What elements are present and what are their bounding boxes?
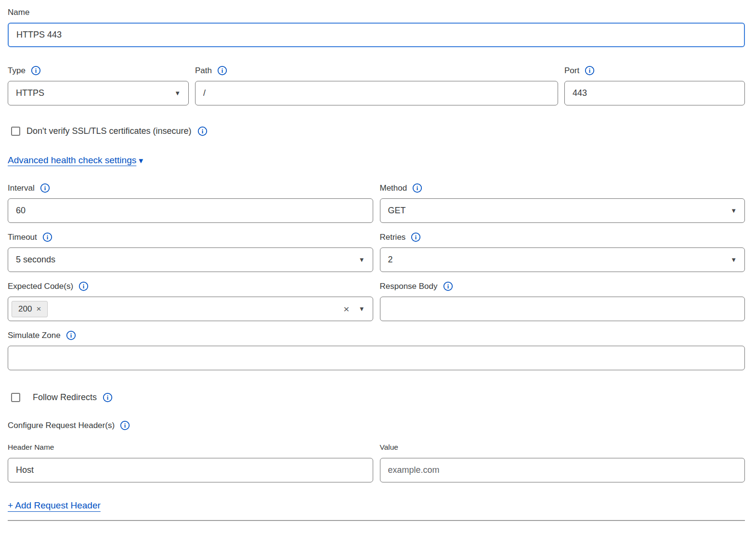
response-body-label: Response Body	[380, 282, 438, 291]
svg-text:i: i	[447, 283, 449, 290]
simulate-zone-label: Simulate Zone	[8, 331, 61, 340]
retries-select[interactable]: 2 ▼	[380, 247, 745, 272]
info-icon[interactable]: i	[42, 232, 52, 242]
simulate-zone-input[interactable]	[8, 346, 745, 370]
field-port: Port i	[564, 65, 745, 105]
expected-code-tag-label: 200	[18, 304, 32, 314]
info-icon[interactable]: i	[103, 392, 113, 403]
svg-text:i: i	[107, 394, 109, 401]
chevron-down-icon: ▼	[730, 257, 737, 263]
timeout-label: Timeout	[8, 233, 37, 242]
info-icon[interactable]: i	[412, 183, 422, 193]
field-header-name: Header Name	[8, 443, 373, 482]
field-type: Type i HTTPS ▼	[8, 65, 189, 105]
interval-label: Interval	[8, 183, 35, 193]
info-icon[interactable]: i	[40, 183, 50, 193]
svg-text:i: i	[589, 67, 591, 74]
field-timeout: Timeout i 5 seconds ▼	[8, 232, 373, 272]
response-body-input[interactable]	[380, 297, 745, 321]
path-input[interactable]	[195, 81, 558, 105]
interval-input[interactable]	[8, 198, 373, 223]
field-header-value: Value	[380, 443, 745, 482]
svg-text:i: i	[124, 422, 126, 429]
chevron-down-icon: ▼	[137, 157, 144, 164]
health-check-form: Name Type i HTTPS ▼ Path i	[0, 0, 756, 521]
info-icon[interactable]: i	[217, 65, 227, 76]
header-value-label: Value	[380, 443, 399, 452]
field-interval: Interval i	[8, 183, 373, 223]
svg-text:i: i	[201, 128, 203, 135]
header-name-label: Header Name	[8, 443, 54, 452]
advanced-settings-link[interactable]: Advanced health check settings	[8, 155, 136, 166]
type-select-value: HTTPS	[16, 88, 44, 98]
info-icon[interactable]: i	[120, 420, 130, 430]
info-icon[interactable]: i	[197, 126, 208, 136]
ssl-verify-label: Don't verify SSL/TLS certificates (insec…	[26, 126, 192, 136]
ssl-verify-checkbox[interactable]	[11, 127, 20, 136]
expected-codes-multiselect[interactable]: 200 × × ▼	[8, 297, 373, 321]
expected-codes-label: Expected Code(s)	[8, 282, 73, 291]
expected-code-tag: 200 ×	[12, 301, 48, 317]
field-path: Path i	[195, 65, 558, 105]
svg-text:i: i	[222, 67, 223, 74]
svg-text:i: i	[44, 185, 46, 192]
type-select[interactable]: HTTPS ▼	[8, 81, 189, 105]
chevron-down-icon[interactable]: ▼	[359, 306, 365, 312]
add-request-header-link[interactable]: + Add Request Header	[8, 500, 101, 510]
add-header-row: + Add Request Header	[8, 500, 745, 511]
section-divider	[8, 520, 745, 521]
header-value-input[interactable]	[380, 458, 745, 482]
path-label: Path	[195, 66, 212, 76]
header-row: Header Name Value	[8, 443, 745, 482]
info-icon[interactable]: i	[78, 281, 89, 291]
header-name-input[interactable]	[8, 458, 373, 482]
chevron-down-icon: ▼	[730, 208, 737, 214]
follow-redirects-label: Follow Redirects	[33, 392, 97, 403]
svg-text:i: i	[417, 185, 418, 192]
follow-redirects-checkbox[interactable]	[11, 393, 20, 402]
svg-text:i: i	[47, 234, 49, 241]
retries-select-value: 2	[388, 255, 393, 265]
timeout-select-value: 5 seconds	[16, 255, 55, 265]
chevron-down-icon: ▼	[174, 90, 181, 96]
type-label: Type	[8, 66, 26, 76]
clear-all-icon[interactable]: ×	[343, 304, 349, 314]
ssl-verify-row: Don't verify SSL/TLS certificates (insec…	[8, 126, 745, 136]
request-headers-label: Configure Request Header(s)	[8, 421, 115, 430]
field-name: Name	[8, 8, 745, 47]
info-icon[interactable]: i	[66, 330, 76, 340]
request-headers-section: Configure Request Header(s) i	[8, 420, 745, 430]
info-icon[interactable]: i	[585, 65, 595, 76]
port-label: Port	[564, 66, 579, 76]
name-label-row: Name	[8, 8, 745, 17]
svg-text:i: i	[35, 67, 37, 74]
field-simulate-zone: Simulate Zone i	[8, 330, 745, 370]
method-select[interactable]: GET ▼	[380, 198, 745, 223]
field-retries: Retries i 2 ▼	[380, 232, 745, 272]
follow-redirects-row: Follow Redirects i	[8, 392, 745, 403]
chevron-down-icon: ▼	[359, 257, 365, 263]
type-path-port-row: Type i HTTPS ▼ Path i Port	[8, 65, 745, 105]
timeout-select[interactable]: 5 seconds ▼	[8, 247, 373, 272]
field-expected-codes: Expected Code(s) i 200 × × ▼	[8, 281, 373, 321]
port-input[interactable]	[564, 81, 745, 105]
name-label: Name	[8, 8, 29, 17]
advanced-fields-grid: Interval i Method i GET ▼ Timeout	[8, 183, 745, 321]
info-icon[interactable]: i	[411, 232, 421, 242]
name-input[interactable]	[8, 23, 745, 47]
advanced-settings-row: Advanced health check settings ▼	[8, 155, 745, 166]
method-label: Method	[380, 183, 407, 193]
remove-tag-icon[interactable]: ×	[36, 304, 41, 314]
info-icon[interactable]: i	[443, 281, 453, 291]
field-response-body: Response Body i	[380, 281, 745, 321]
svg-text:i: i	[70, 332, 72, 339]
method-select-value: GET	[388, 206, 406, 216]
svg-text:i: i	[83, 283, 85, 290]
field-method: Method i GET ▼	[380, 183, 745, 223]
retries-label: Retries	[380, 233, 406, 242]
info-icon[interactable]: i	[31, 65, 41, 76]
svg-text:i: i	[415, 234, 417, 241]
